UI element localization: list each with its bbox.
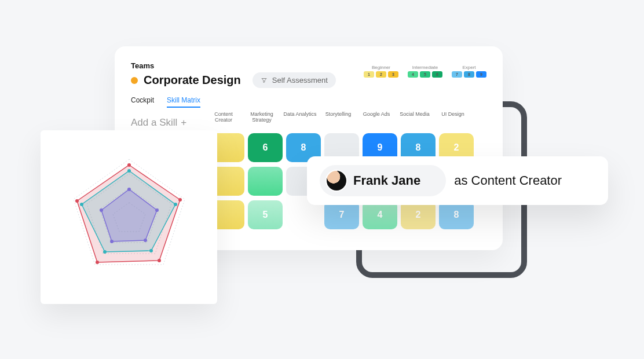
filter-icon (261, 77, 268, 84)
page-title: Corporate Design (144, 74, 241, 87)
svg-point-14 (149, 249, 153, 252)
svg-point-11 (75, 199, 79, 203)
svg-point-18 (155, 208, 159, 212)
svg-point-15 (103, 250, 107, 254)
team-color-dot (131, 77, 138, 84)
legend-cell: 6 (432, 71, 442, 78)
svg-point-10 (96, 261, 99, 264)
legend-expert-label: Expert (462, 65, 475, 70)
tab-cockpit[interactable]: Cockpit (131, 96, 154, 108)
svg-point-12 (127, 169, 131, 173)
radar-chart-card (41, 130, 217, 304)
add-skill-label: Add a Skill (131, 117, 177, 129)
legend-cell: 9 (476, 71, 486, 78)
skill-cell[interactable]: 5 (248, 200, 283, 229)
plus-icon: + (181, 117, 186, 129)
svg-point-16 (80, 203, 83, 206)
svg-point-13 (174, 203, 177, 206)
as-role-text: as Content Creator (454, 173, 562, 188)
skill-header: Social Media (397, 111, 432, 123)
skill-header: UI Design (436, 111, 470, 123)
skill-cell[interactable] (248, 167, 283, 196)
legend-cell: 8 (464, 71, 474, 78)
legend-beginner-label: Beginner (372, 65, 390, 70)
self-assessment-label: Self Assessment (272, 76, 328, 85)
skill-header: Google Ads (359, 111, 394, 123)
legend-cell: 2 (376, 71, 386, 78)
radar-chart (54, 142, 204, 292)
svg-point-8 (178, 198, 182, 202)
tab-skill-matrix[interactable]: Skill Matrix (167, 96, 200, 108)
legend-cell: 1 (364, 71, 374, 78)
person-name: Frank Jane (353, 173, 420, 188)
svg-point-9 (158, 259, 161, 262)
legend-cell: 7 (452, 71, 462, 78)
svg-point-19 (144, 239, 147, 242)
legend-intermediate-label: Intermediate (412, 65, 438, 70)
svg-point-20 (110, 240, 114, 243)
legend-cell: 5 (420, 71, 430, 78)
svg-point-21 (100, 208, 103, 212)
skill-header: Marketing Strategy (244, 111, 279, 123)
svg-point-7 (127, 163, 131, 167)
self-assessment-chip[interactable]: Self Assessment (253, 72, 336, 88)
add-skill-button[interactable]: Add a Skill + (131, 117, 186, 129)
skill-header: Content Creator (206, 111, 241, 123)
person-pill[interactable]: Frank Jane (320, 165, 446, 196)
skill-header: Data Analytics (283, 111, 317, 123)
skill-cell[interactable]: 6 (248, 133, 283, 162)
person-skill-overlay: Frank Jane as Content Creator (307, 156, 608, 205)
skill-level-legend: Beginner 1 2 3 Intermediate 4 5 6 Expert… (364, 65, 486, 78)
svg-point-17 (127, 188, 131, 191)
avatar (325, 170, 347, 192)
skill-header: Storytelling (321, 111, 356, 123)
legend-cell: 3 (388, 71, 398, 78)
legend-cell: 4 (408, 71, 418, 78)
